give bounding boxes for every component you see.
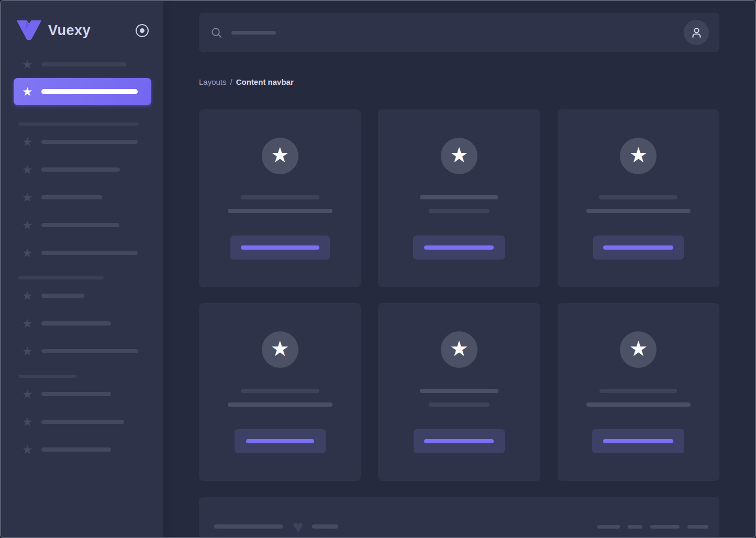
footer-card: ♥ xyxy=(199,497,719,538)
star-icon: ★ xyxy=(22,443,33,456)
menu-item-label-placeholder xyxy=(41,167,120,172)
footer-placeholder-bar xyxy=(312,524,338,529)
main-content: Layouts / Content navbar ★ ★ ★ xyxy=(163,1,755,537)
menu-section-header-placeholder xyxy=(18,276,104,279)
sidebar-menu-item[interactable]: ★ xyxy=(22,219,151,231)
sidebar-header: Vuexy xyxy=(1,1,163,41)
radio-circle-icon[interactable] xyxy=(136,24,149,37)
card-avatar-circle: ★ xyxy=(620,138,657,174)
card-grid: ★ ★ ★ ★ ★ xyxy=(199,109,719,481)
star-icon: ★ xyxy=(22,388,33,400)
star-icon: ★ xyxy=(22,136,33,148)
star-icon: ★ xyxy=(22,289,33,302)
user-avatar[interactable] xyxy=(684,20,709,45)
footer-placeholder-bar xyxy=(214,524,283,529)
card-action-button[interactable] xyxy=(414,429,505,453)
card-subtitle-placeholder xyxy=(586,402,691,407)
menu-section-header-placeholder xyxy=(18,375,77,378)
star-icon: ★ xyxy=(271,338,290,359)
sidebar-menu-item[interactable]: ★ xyxy=(22,317,151,330)
card-avatar-circle: ★ xyxy=(441,138,477,174)
breadcrumb-parent[interactable]: Layouts xyxy=(199,77,227,86)
breadcrumb: Layouts / Content navbar xyxy=(199,77,719,86)
footer-placeholder-bar xyxy=(597,525,620,529)
footer-placeholder-bar xyxy=(687,525,708,529)
card-action-button[interactable] xyxy=(593,236,684,260)
breadcrumb-current: Content navbar xyxy=(236,77,294,86)
app-window: Vuexy ★ ★ ★ ★ ★ ★ ★ ★ ★ ★ ★ xyxy=(0,0,756,538)
star-icon: ★ xyxy=(22,246,33,259)
star-icon: ★ xyxy=(22,317,33,330)
star-icon: ★ xyxy=(450,144,469,165)
star-icon: ★ xyxy=(22,345,33,357)
sidebar-menu: ★ ★ ★ ★ ★ ★ ★ ★ ★ ★ ★ ★ ★ xyxy=(1,58,163,456)
sidebar-menu-item[interactable]: ★ xyxy=(22,345,151,357)
star-icon: ★ xyxy=(629,144,648,165)
sidebar-menu-item[interactable]: ★ xyxy=(22,443,151,456)
footer-placeholder-bar xyxy=(650,525,680,529)
footer-right-group xyxy=(590,522,708,531)
menu-section-header-placeholder xyxy=(18,122,139,126)
button-label-placeholder xyxy=(603,439,673,443)
search-box[interactable] xyxy=(210,27,276,39)
menu-item-label-placeholder xyxy=(41,447,111,452)
button-label-placeholder xyxy=(424,245,494,250)
menu-item-label-placeholder xyxy=(41,251,138,255)
star-icon: ★ xyxy=(22,416,33,428)
star-icon: ★ xyxy=(629,338,648,359)
star-icon: ★ xyxy=(22,58,33,71)
sidebar: Vuexy ★ ★ ★ ★ ★ ★ ★ ★ ★ ★ ★ xyxy=(1,1,163,537)
search-icon xyxy=(210,27,223,39)
menu-item-label-placeholder xyxy=(41,294,84,298)
vuexy-logo-icon xyxy=(17,20,41,42)
demo-card: ★ xyxy=(378,109,540,287)
sidebar-menu-item[interactable]: ★ xyxy=(22,289,151,302)
card-subtitle-placeholder xyxy=(586,209,691,213)
menu-item-label-placeholder xyxy=(41,349,138,353)
star-icon: ★ xyxy=(22,163,33,176)
star-icon: ★ xyxy=(450,338,469,359)
demo-card: ★ xyxy=(199,109,361,287)
star-icon: ★ xyxy=(271,144,290,165)
sidebar-menu-item[interactable]: ★ xyxy=(22,388,151,400)
card-title-placeholder xyxy=(241,389,319,393)
card-title-placeholder xyxy=(599,389,677,393)
menu-item-label-placeholder xyxy=(41,223,119,227)
button-label-placeholder xyxy=(241,245,319,250)
demo-card: ★ xyxy=(199,303,361,481)
sidebar-menu-item[interactable]: ★ xyxy=(22,163,151,176)
card-action-button[interactable] xyxy=(235,429,326,453)
sidebar-menu-item[interactable]: ★ xyxy=(22,58,151,71)
user-icon xyxy=(690,26,704,40)
card-title-placeholder xyxy=(599,195,677,199)
logo-text: Vuexy xyxy=(48,23,91,39)
button-label-placeholder xyxy=(246,439,314,443)
card-action-button[interactable] xyxy=(413,236,505,260)
button-label-placeholder xyxy=(424,439,494,443)
footer-placeholder-bar xyxy=(628,525,642,529)
logo[interactable]: Vuexy xyxy=(17,20,91,42)
card-action-button[interactable] xyxy=(592,429,684,453)
card-avatar-circle: ★ xyxy=(262,331,298,368)
search-placeholder-bar xyxy=(231,31,276,35)
star-icon: ★ xyxy=(22,219,33,231)
card-avatar-circle: ★ xyxy=(620,331,657,368)
sidebar-menu-item[interactable]: ★ xyxy=(22,191,151,204)
demo-card: ★ xyxy=(378,303,540,481)
breadcrumb-separator: / xyxy=(230,77,232,86)
heart-icon[interactable]: ♥ xyxy=(293,519,303,534)
sidebar-menu-item[interactable]: ★ xyxy=(22,416,151,428)
card-action-button[interactable] xyxy=(230,236,330,260)
card-avatar-circle: ★ xyxy=(262,138,298,174)
card-subtitle-placeholder xyxy=(429,402,490,407)
sidebar-menu-item[interactable]: ★ xyxy=(22,246,151,259)
top-navbar xyxy=(199,13,719,52)
card-subtitle-placeholder xyxy=(429,209,490,213)
button-label-placeholder xyxy=(603,245,673,250)
menu-item-label-placeholder xyxy=(41,321,111,326)
demo-card: ★ xyxy=(558,109,719,287)
sidebar-menu-item[interactable]: ★ xyxy=(22,136,151,148)
demo-card: ★ xyxy=(558,303,719,481)
sidebar-menu-item[interactable]: ★ xyxy=(14,78,151,105)
menu-item-label-placeholder xyxy=(41,195,102,199)
